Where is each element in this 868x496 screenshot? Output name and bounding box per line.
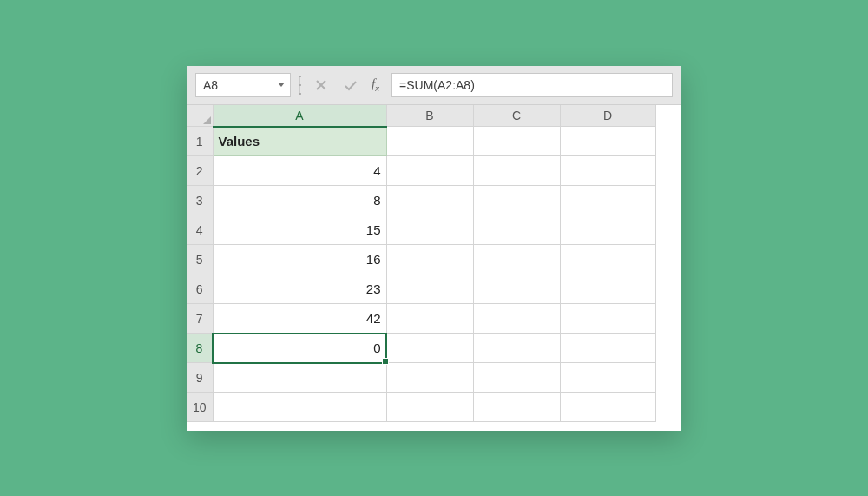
cell-A8[interactable]: 0 bbox=[213, 334, 386, 363]
cell-D4[interactable] bbox=[560, 215, 655, 245]
cell-C4[interactable] bbox=[473, 215, 560, 245]
row-header[interactable]: 3 bbox=[187, 186, 213, 215]
column-header-B[interactable]: B bbox=[386, 105, 473, 127]
cell-A5[interactable]: 16 bbox=[213, 245, 386, 274]
row-header[interactable]: 1 bbox=[187, 127, 213, 156]
cell-B10[interactable] bbox=[386, 393, 473, 422]
cell-C6[interactable] bbox=[473, 274, 560, 304]
column-header-D[interactable]: D bbox=[560, 105, 655, 127]
cell-A1[interactable]: Values bbox=[213, 127, 386, 156]
row-header[interactable]: 9 bbox=[187, 363, 213, 393]
cell-C9[interactable] bbox=[473, 363, 560, 393]
dropdown-caret-icon[interactable] bbox=[278, 83, 285, 87]
cell-C3[interactable] bbox=[473, 186, 560, 215]
cell-C5[interactable] bbox=[473, 245, 560, 274]
cell-D8[interactable] bbox=[560, 334, 655, 363]
formula-input[interactable]: =SUM(A2:A8) bbox=[391, 73, 673, 97]
column-header-A[interactable]: A bbox=[213, 105, 386, 127]
row-header[interactable]: 8 bbox=[187, 334, 213, 363]
row-header[interactable]: 7 bbox=[187, 304, 213, 334]
cell-B7[interactable] bbox=[386, 304, 473, 334]
cell-A9[interactable] bbox=[213, 363, 386, 393]
name-box[interactable]: A8 bbox=[195, 73, 291, 97]
excel-window: A8 fx =SUM(A2:A8) A B C D bbox=[187, 66, 681, 431]
cell-C7[interactable] bbox=[473, 304, 560, 334]
cell-B6[interactable] bbox=[386, 274, 473, 304]
fx-icon[interactable]: fx bbox=[372, 76, 379, 93]
cell-A3[interactable]: 8 bbox=[213, 186, 386, 215]
cell-B8[interactable] bbox=[386, 334, 473, 363]
row-header[interactable]: 4 bbox=[187, 215, 213, 245]
cell-D5[interactable] bbox=[560, 245, 655, 274]
cell-B5[interactable] bbox=[386, 245, 473, 274]
cell-B1[interactable] bbox=[386, 127, 473, 156]
cell-C1[interactable] bbox=[473, 127, 560, 156]
cell-C10[interactable] bbox=[473, 393, 560, 422]
spreadsheet-grid[interactable]: A B C D 1 Values 2 4 bbox=[187, 105, 681, 431]
cell-D3[interactable] bbox=[560, 186, 655, 215]
separator-icon bbox=[299, 76, 300, 95]
cell-D7[interactable] bbox=[560, 304, 655, 334]
cell-B9[interactable] bbox=[386, 363, 473, 393]
cell-D1[interactable] bbox=[560, 127, 655, 156]
cell-A4[interactable]: 15 bbox=[213, 215, 386, 245]
formula-bar: A8 fx =SUM(A2:A8) bbox=[187, 66, 681, 105]
formula-input-value: =SUM(A2:A8) bbox=[399, 78, 475, 92]
cell-A7[interactable]: 42 bbox=[213, 304, 386, 334]
row-header[interactable]: 10 bbox=[187, 393, 213, 422]
select-all-corner[interactable] bbox=[187, 105, 213, 127]
cell-B3[interactable] bbox=[386, 186, 473, 215]
cancel-icon[interactable] bbox=[312, 76, 330, 94]
row-header[interactable]: 5 bbox=[187, 245, 213, 274]
cell-B4[interactable] bbox=[386, 215, 473, 245]
cell-D6[interactable] bbox=[560, 274, 655, 304]
cell-D10[interactable] bbox=[560, 393, 655, 422]
row-header[interactable]: 6 bbox=[187, 274, 213, 304]
cell-A6[interactable]: 23 bbox=[213, 274, 386, 304]
column-header-C[interactable]: C bbox=[473, 105, 560, 127]
cell-A2[interactable]: 4 bbox=[213, 156, 386, 186]
formula-bar-buttons: fx bbox=[309, 76, 383, 94]
row-header[interactable]: 2 bbox=[187, 156, 213, 186]
enter-icon[interactable] bbox=[342, 76, 359, 94]
cell-C8[interactable] bbox=[473, 334, 560, 363]
cell-B2[interactable] bbox=[386, 156, 473, 186]
cell-D9[interactable] bbox=[560, 363, 655, 393]
name-box-value: A8 bbox=[203, 78, 218, 92]
cell-A10[interactable] bbox=[213, 393, 386, 422]
cell-D2[interactable] bbox=[560, 156, 655, 186]
cell-C2[interactable] bbox=[473, 156, 560, 186]
